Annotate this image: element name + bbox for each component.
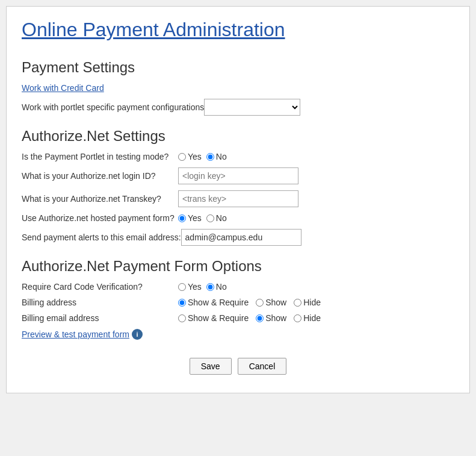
preview-link-row: Preview & test payment form i xyxy=(22,329,454,340)
page-title[interactable]: Online Payment Administration xyxy=(22,19,454,41)
testing-mode-yes-label[interactable]: Yes xyxy=(178,152,202,161)
hosted-form-label: Use Authorize.net hosted payment form? xyxy=(22,213,178,223)
billing-email-show-require-text: Show & Require xyxy=(188,313,249,323)
billing-email-show-radio[interactable] xyxy=(256,314,264,322)
testing-mode-yes-radio[interactable] xyxy=(178,153,186,161)
billing-email-show-text: Show xyxy=(265,313,286,323)
transkey-input[interactable] xyxy=(178,190,298,207)
billing-email-label: Billing email address xyxy=(22,313,178,323)
card-code-control: Yes No xyxy=(178,282,227,292)
billing-address-hide-radio[interactable] xyxy=(294,299,301,307)
transkey-control xyxy=(178,190,298,207)
authorize-net-settings-title: Authorize.Net Settings xyxy=(22,128,454,145)
email-label: Send payment alerts to this email addres… xyxy=(22,233,181,242)
billing-address-show-radio[interactable] xyxy=(256,299,264,307)
billing-address-show-require-radio[interactable] xyxy=(178,299,186,307)
portlet-dropdown-wrapper: Option 1 Option 2 xyxy=(204,99,300,116)
billing-address-label: Billing address xyxy=(22,298,178,307)
billing-address-show-label[interactable]: Show xyxy=(256,298,286,307)
hosted-form-no-text: No xyxy=(216,213,227,223)
info-icon[interactable]: i xyxy=(132,329,143,340)
testing-mode-no-radio[interactable] xyxy=(206,153,214,161)
portlet-config-row: Work with portlet specific payment confi… xyxy=(22,99,454,116)
billing-email-show-require-label[interactable]: Show & Require xyxy=(178,313,249,323)
billing-address-show-require-label[interactable]: Show & Require xyxy=(178,298,249,307)
billing-address-row: Billing address Show & Require Show Hide xyxy=(22,298,454,307)
login-id-control xyxy=(178,167,298,184)
authorize-net-settings-section: Authorize.Net Settings Is the Payment Po… xyxy=(22,128,454,246)
card-code-no-label[interactable]: No xyxy=(206,282,227,292)
hosted-form-row: Use Authorize.net hosted payment form? Y… xyxy=(22,213,454,223)
transkey-row: What is your Authorize.net Transkey? xyxy=(22,190,454,207)
testing-mode-yes-text: Yes xyxy=(188,152,202,161)
billing-email-hide-label[interactable]: Hide xyxy=(294,313,321,323)
card-code-yes-radio[interactable] xyxy=(178,283,186,291)
card-code-label: Require Card Code Verification? xyxy=(22,282,178,292)
preview-link[interactable]: Preview & test payment form xyxy=(22,330,129,339)
billing-address-hide-label[interactable]: Hide xyxy=(294,298,321,307)
payment-settings-section: Payment Settings Work with Credit Card W… xyxy=(22,59,454,116)
hosted-form-yes-radio[interactable] xyxy=(178,214,186,222)
billing-email-row: Billing email address Show & Require Sho… xyxy=(22,313,454,323)
testing-mode-no-label[interactable]: No xyxy=(206,152,227,161)
billing-email-hide-radio[interactable] xyxy=(294,314,301,322)
card-code-no-text: No xyxy=(216,282,227,292)
testing-mode-no-text: No xyxy=(216,152,227,161)
testing-mode-row: Is the Payment Portlet in testing mode? … xyxy=(22,152,454,161)
card-code-yes-text: Yes xyxy=(188,282,202,292)
hosted-form-yes-label[interactable]: Yes xyxy=(178,213,202,223)
buttons-row: Save Cancel xyxy=(22,358,454,375)
billing-email-show-require-radio[interactable] xyxy=(178,314,186,322)
billing-email-show-label[interactable]: Show xyxy=(256,313,286,323)
billing-email-hide-text: Hide xyxy=(303,313,321,323)
card-code-no-radio[interactable] xyxy=(206,283,214,291)
login-id-label: What is your Authorize.net login ID? xyxy=(22,171,178,181)
login-id-input[interactable] xyxy=(178,167,298,184)
payment-form-options-section: Authorize.Net Payment Form Options Requi… xyxy=(22,258,454,340)
card-code-row: Require Card Code Verification? Yes No xyxy=(22,282,454,292)
portlet-config-label: Work with portlet specific payment confi… xyxy=(22,102,204,112)
testing-mode-control: Yes No xyxy=(178,152,227,161)
billing-address-show-text: Show xyxy=(265,298,286,307)
hosted-form-control: Yes No xyxy=(178,213,227,223)
credit-card-row: Work with Credit Card xyxy=(22,83,454,93)
billing-email-control: Show & Require Show Hide xyxy=(178,313,321,323)
billing-address-hide-text: Hide xyxy=(303,298,321,307)
email-row: Send payment alerts to this email addres… xyxy=(22,229,454,246)
payment-form-options-title: Authorize.Net Payment Form Options xyxy=(22,258,454,275)
billing-address-show-require-text: Show & Require xyxy=(188,298,249,307)
hosted-form-yes-text: Yes xyxy=(188,213,202,223)
testing-mode-label: Is the Payment Portlet in testing mode? xyxy=(22,152,178,161)
hosted-form-no-label[interactable]: No xyxy=(206,213,227,223)
email-input[interactable] xyxy=(181,229,301,246)
login-id-row: What is your Authorize.net login ID? xyxy=(22,167,454,184)
card-code-yes-label[interactable]: Yes xyxy=(178,282,202,292)
hosted-form-no-radio[interactable] xyxy=(206,214,214,222)
billing-address-control: Show & Require Show Hide xyxy=(178,298,321,307)
cancel-button[interactable]: Cancel xyxy=(238,358,287,375)
page-container: Online Payment Administration Payment Se… xyxy=(6,6,470,393)
transkey-label: What is your Authorize.net Transkey? xyxy=(22,194,178,204)
portlet-dropdown[interactable]: Option 1 Option 2 xyxy=(204,99,300,116)
save-button[interactable]: Save xyxy=(190,358,232,375)
email-control xyxy=(181,229,301,246)
payment-settings-title: Payment Settings xyxy=(22,59,454,76)
credit-card-link[interactable]: Work with Credit Card xyxy=(22,83,104,93)
